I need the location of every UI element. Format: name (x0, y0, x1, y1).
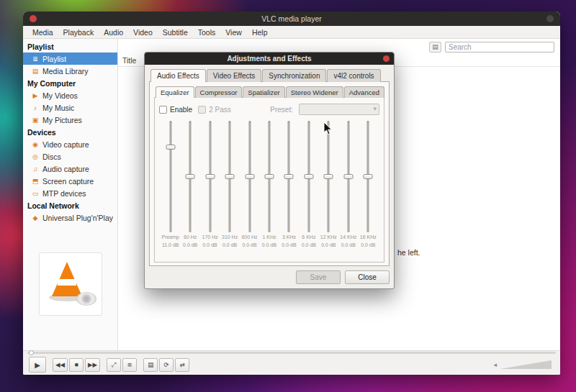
eq-handle-600-hz[interactable] (245, 174, 254, 179)
sidebar-item-label: MTP devices (42, 189, 86, 198)
menu-bar: MediaPlaybackAudioVideoSubtitleToolsView… (23, 26, 560, 39)
sidebar-item-label: My Pictures (42, 116, 82, 124)
eq-band-170-hz: 170 Hz0.0 dB (200, 121, 220, 260)
menu-item-audio[interactable]: Audio (99, 28, 128, 37)
two-pass-checkbox[interactable]: 2 Pass (198, 106, 231, 114)
subtab-spatializer[interactable]: Spatializer (243, 86, 284, 98)
menu-item-playback[interactable]: Playback (58, 28, 99, 37)
eq-slider-preamp[interactable] (165, 121, 176, 232)
subtab-compressor[interactable]: Compressor (195, 86, 243, 98)
loop-button[interactable]: ⟳ (159, 358, 174, 372)
sidebar-item-playlist[interactable]: ≣Playlist (23, 53, 117, 65)
eq-slider-170-hz[interactable] (204, 121, 216, 232)
eq-handle-170-hz[interactable] (205, 174, 215, 179)
menu-item-video[interactable]: Video (128, 28, 158, 37)
my-videos-icon: ▶ (31, 92, 40, 99)
dialog-close-button[interactable] (383, 55, 390, 62)
menu-item-subtitle[interactable]: Subtitle (158, 28, 193, 37)
eq-handle-14-khz[interactable] (343, 174, 353, 179)
dialog-tab-bar: Audio EffectsVideo EffectsSynchronizatio… (149, 69, 390, 82)
eq-band-label: 14 KHz (340, 234, 356, 240)
search-input[interactable] (445, 42, 554, 53)
column-title: Title (122, 56, 136, 65)
dialog-buttons: Save Close (149, 266, 390, 284)
eq-slider-6-khz[interactable] (303, 121, 315, 232)
sidebar-item-my-pictures[interactable]: ▣My Pictures (23, 114, 117, 126)
subtab-advanced[interactable]: Advanced (344, 86, 384, 98)
save-button[interactable]: Save (296, 270, 341, 284)
menu-item-tools[interactable]: Tools (193, 28, 221, 37)
eq-band-label: 310 Hz (222, 234, 238, 240)
sidebar-item-universal-plug-n-play[interactable]: ◆Universal Plug'n'Play (23, 211, 117, 224)
sidebar-item-discs[interactable]: ◎Discs (23, 150, 117, 163)
eq-band-value: 0.0 dB (341, 242, 356, 248)
volume-collapse-icon[interactable]: ◂ (493, 361, 497, 368)
screen-capture-icon: ⬒ (31, 178, 40, 185)
sidebar-item-media-library[interactable]: ▤Media Library (23, 65, 117, 77)
eq-slider-12-khz[interactable] (323, 121, 334, 232)
view-mode-button[interactable]: ▤ (429, 42, 441, 53)
sidebar-item-my-videos[interactable]: ▶My Videos (23, 89, 117, 101)
menu-item-media[interactable]: Media (27, 28, 58, 37)
eq-handle-1-khz[interactable] (264, 174, 274, 179)
eq-slider-16-khz[interactable] (362, 121, 374, 232)
eq-band-label: 600 Hz (241, 234, 257, 240)
eq-band-6-khz: 6 KHz0.0 dB (299, 121, 318, 260)
eq-handle-16-khz[interactable] (364, 174, 373, 179)
eq-band-value: 0.0 dB (321, 242, 336, 248)
sidebar-list: Playlist≣Playlist▤Media LibraryMy Comput… (23, 39, 117, 224)
tab-audio-effects[interactable]: Audio Effects (150, 69, 206, 82)
eq-slider-14-khz[interactable] (343, 121, 354, 232)
volume-slider[interactable] (500, 360, 552, 369)
eq-handle-6-khz[interactable] (304, 174, 313, 179)
menu-item-help[interactable]: Help (247, 28, 273, 37)
toggle-playlist-button[interactable]: ▤ (143, 358, 158, 372)
enable-checkbox-box[interactable] (159, 106, 167, 114)
sidebar-item-audio-capture[interactable]: ♫Audio capture (23, 163, 117, 175)
random-button[interactable]: ⇄ (175, 358, 189, 372)
tab-video-effects[interactable]: Video Effects (207, 69, 262, 82)
play-button[interactable]: ▶ (29, 357, 46, 373)
window-menu-button[interactable] (546, 15, 554, 22)
window-title: VLC media player (23, 14, 560, 23)
preset-dropdown[interactable]: ▾ (299, 104, 379, 115)
enable-checkbox[interactable]: Enable (159, 106, 192, 114)
eq-band-value: 11.0 dB (162, 242, 179, 248)
eq-handle-310-hz[interactable] (225, 174, 235, 179)
subtab-stereo-widener[interactable]: Stereo Widener (286, 86, 343, 98)
close-button[interactable]: Close (345, 270, 390, 284)
eq-band-60-hz: 60 Hz0.0 dB (180, 121, 199, 260)
seek-slider[interactable] (27, 352, 556, 354)
sidebar-item-my-music[interactable]: ♪My Music (23, 101, 117, 114)
previous-button[interactable]: ◀◀ (53, 358, 68, 372)
subtab-equalizer[interactable]: Equalizer (156, 86, 194, 98)
sidebar-item-video-capture[interactable]: ◉Video capture (23, 138, 117, 150)
eq-slider-600-hz[interactable] (244, 121, 256, 232)
tab-synchronization[interactable]: Synchronization (262, 69, 326, 82)
sidebar-item-screen-capture[interactable]: ⬒Screen capture (23, 175, 117, 187)
eq-band-310-hz: 310 Hz0.0 dB (220, 121, 239, 260)
preset-label: Preset: (270, 106, 293, 114)
eq-slider-1-khz[interactable] (264, 121, 275, 232)
eq-handle-60-hz[interactable] (186, 174, 195, 179)
eq-band-12-khz: 12 KHz0.0 dB (319, 121, 338, 260)
eq-slider-310-hz[interactable] (224, 121, 235, 232)
volume-control: ◂ (493, 360, 554, 369)
audio-capture-icon: ♫ (31, 165, 40, 173)
eq-slider-60-hz[interactable] (184, 121, 196, 232)
eq-handle-3-khz[interactable] (284, 174, 294, 179)
seek-handle[interactable] (29, 350, 34, 355)
eq-handle-preamp[interactable] (166, 145, 175, 150)
eq-slider-3-khz[interactable] (283, 121, 294, 232)
menu-item-view[interactable]: View (220, 28, 247, 37)
extended-settings-button[interactable]: ≋ (122, 358, 137, 372)
tab-v4l2-controls[interactable]: v4l2 controls (327, 69, 380, 82)
next-button[interactable]: ▶▶ (85, 358, 100, 372)
sidebar-section-my-computer: My Computer (23, 77, 117, 89)
sidebar-section-devices: Devices (23, 126, 117, 138)
sidebar-item-mtp-devices[interactable]: ▭MTP devices (23, 187, 117, 199)
eq-handle-12-khz[interactable] (324, 174, 333, 179)
two-pass-checkbox-box[interactable] (198, 106, 206, 114)
stop-button[interactable]: ■ (69, 358, 84, 372)
fullscreen-button[interactable]: ⤢ (107, 358, 121, 372)
